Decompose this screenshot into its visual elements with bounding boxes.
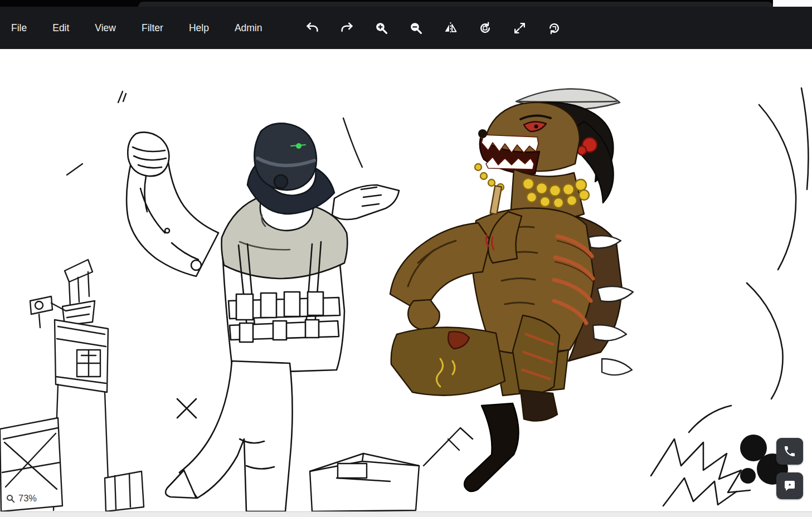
menu-file[interactable]: File (11, 17, 27, 40)
menu-bar: File Edit View Filter Help Admin (0, 7, 812, 49)
drawing-canvas[interactable]: 73% (0, 49, 812, 511)
redo-button[interactable] (336, 17, 358, 39)
browser-chrome-strip (0, 0, 812, 7)
toolbar (301, 17, 565, 39)
sketch-crate (310, 428, 473, 511)
menu-view[interactable]: View (95, 17, 116, 40)
rotate-canvas-button[interactable] (474, 17, 496, 39)
magnifier-icon (6, 494, 16, 504)
undo-button[interactable] (301, 17, 323, 39)
rotate-canvas-icon (478, 21, 492, 35)
zoom-out-icon (409, 21, 423, 35)
flip-horizontal-button[interactable] (439, 17, 461, 39)
zoom-out-button[interactable] (405, 17, 427, 39)
menu-filter[interactable]: Filter (142, 17, 163, 40)
zoom-indicator: 73% (6, 493, 37, 504)
bottom-edge (0, 511, 812, 517)
chat-button[interactable] (776, 472, 803, 499)
undo-icon (305, 21, 319, 35)
fit-to-screen-icon (513, 21, 527, 35)
menu-edit[interactable]: Edit (52, 17, 69, 40)
menu-help[interactable]: Help (189, 17, 209, 40)
zoom-level-text: 73% (18, 493, 37, 504)
canvas-artwork (0, 49, 812, 511)
top-right-corner (773, 0, 812, 7)
zoom-in-button[interactable] (370, 17, 392, 39)
menu-admin[interactable]: Admin (235, 17, 262, 40)
browser-tab-shape (138, 2, 773, 7)
reset-view-icon (547, 21, 561, 35)
voice-call-button[interactable] (776, 438, 803, 465)
redo-icon (340, 21, 354, 35)
chat-icon (783, 479, 796, 492)
phone-icon (783, 445, 796, 458)
figure-jackal (390, 89, 633, 492)
zoom-in-icon (375, 21, 388, 35)
figure-gasmask-man (127, 123, 399, 511)
reset-view-button[interactable] (543, 17, 565, 39)
floating-actions (776, 438, 803, 499)
fit-to-screen-button[interactable] (508, 17, 531, 39)
flip-horizontal-icon (444, 21, 458, 35)
